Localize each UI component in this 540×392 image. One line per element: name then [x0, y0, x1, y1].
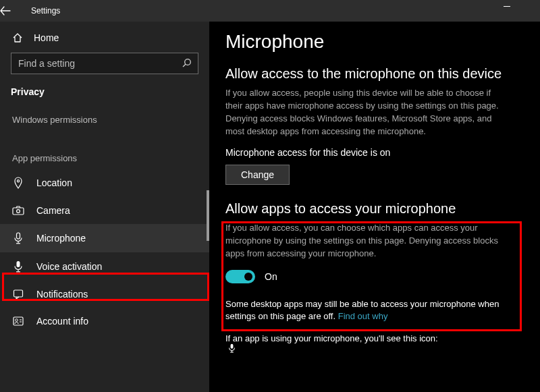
sidebar-item-label: Camera — [36, 205, 70, 216]
sidebar-nav: Location Camera Microphone — [0, 169, 209, 335]
sidebar-home[interactable]: Home — [11, 28, 198, 53]
desktop-apps-note: Some desktop apps may still be able to a… — [225, 298, 516, 323]
svg-rect-5 — [17, 233, 20, 239]
search-icon — [182, 58, 192, 67]
sidebar-item-label: Account info — [36, 316, 88, 327]
sidebar-item-label: Notifications — [36, 289, 88, 300]
sidebar: Home Privacy Windows permissions App per… — [0, 22, 209, 392]
sidebar-group-windows: Windows permissions — [0, 101, 209, 130]
section2-desc: If you allow access, you can choose whic… — [225, 222, 509, 260]
svg-rect-8 — [17, 261, 20, 267]
sidebar-item-notifications[interactable]: Notifications — [0, 281, 209, 308]
svg-point-2 — [17, 180, 19, 182]
titlebar: Settings — [0, 0, 540, 22]
sidebar-home-label: Home — [34, 32, 59, 43]
svg-rect-12 — [14, 317, 23, 325]
section2-title: Allow apps to access your microphone — [225, 201, 524, 217]
icon-note: If an app is using your microphone, you'… — [225, 333, 524, 353]
sidebar-item-account[interactable]: Account info — [0, 308, 209, 335]
svg-point-13 — [16, 319, 18, 322]
sidebar-item-camera[interactable]: Camera — [0, 197, 209, 224]
sidebar-item-label: Microphone — [36, 233, 86, 244]
device-access-status: Microphone access for this device is on — [225, 147, 524, 158]
microphone-icon — [12, 232, 24, 244]
sidebar-group-app: App permissions — [0, 130, 209, 169]
sidebar-item-microphone[interactable]: Microphone — [0, 224, 209, 252]
sidebar-category: Privacy — [11, 84, 198, 101]
window-title: Settings — [27, 6, 60, 16]
voice-activation-icon — [12, 260, 24, 273]
svg-point-0 — [185, 59, 191, 65]
notifications-icon — [12, 289, 24, 300]
camera-icon — [12, 206, 24, 215]
minimize-button[interactable] — [504, 6, 510, 7]
sidebar-item-voice[interactable]: Voice activation — [0, 252, 209, 281]
svg-rect-16 — [231, 344, 234, 349]
find-out-why-link[interactable]: Find out why — [338, 311, 388, 321]
svg-point-4 — [17, 210, 20, 213]
section1-title: Allow access to the microphone on this d… — [225, 66, 524, 82]
back-button[interactable] — [0, 6, 27, 16]
account-icon — [12, 316, 24, 326]
sidebar-item-label: Voice activation — [36, 261, 102, 272]
sidebar-item-label: Location — [36, 177, 72, 188]
svg-rect-11 — [14, 290, 23, 297]
allow-apps-toggle[interactable] — [225, 270, 255, 283]
sidebar-item-location[interactable]: Location — [0, 169, 209, 197]
section1-desc: If you allow access, people using this d… — [225, 87, 509, 138]
search-input[interactable] — [11, 53, 198, 74]
arrow-left-icon — [0, 6, 11, 16]
page-title: Microphone — [225, 31, 524, 53]
main-panel: Microphone Allow access to the microphon… — [209, 22, 540, 392]
microphone-indicator-icon — [228, 343, 236, 353]
home-icon — [12, 32, 23, 43]
svg-rect-3 — [13, 208, 24, 215]
toggle-label: On — [265, 271, 277, 282]
change-button[interactable]: Change — [225, 165, 290, 185]
location-icon — [12, 177, 24, 189]
svg-line-1 — [183, 64, 186, 67]
